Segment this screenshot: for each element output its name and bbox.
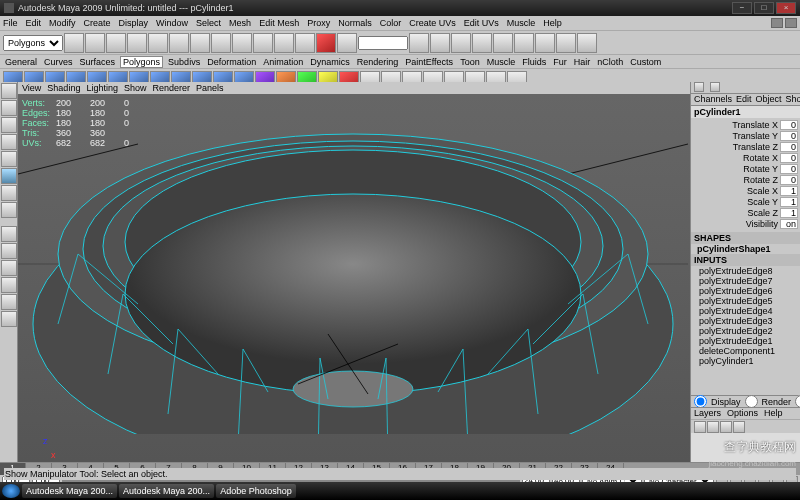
shelf-surfaces[interactable]: Surfaces [78,57,118,67]
shelf-deformation[interactable]: Deformation [205,57,258,67]
attr-value[interactable]: 1 [780,208,798,218]
ipr-icon[interactable] [451,33,471,53]
menu-edit[interactable]: Edit [26,18,42,28]
attr-value[interactable]: 0 [780,164,798,174]
hypershade-layout-icon[interactable] [1,294,17,310]
menu-window[interactable]: Window [156,18,188,28]
perspective-viewport[interactable]: Verts:2002000 Edges:1801800 Faces:180180… [18,94,690,462]
move-tool-icon[interactable] [1,117,17,133]
last-tool-icon[interactable] [1,202,17,218]
task-photoshop[interactable]: Adobe Photoshop [216,484,296,498]
mode-selector[interactable]: Polygons [3,35,63,51]
attr-value[interactable]: 1 [780,197,798,207]
menu-display[interactable]: Display [119,18,149,28]
attr-value[interactable]: 1 [780,186,798,196]
menu-muscle[interactable]: Muscle [507,18,536,28]
lasso-icon[interactable] [190,33,210,53]
layers-help[interactable]: Help [764,408,783,419]
vp-renderer[interactable]: Renderer [152,83,190,93]
task-maya-1[interactable]: Autodesk Maya 200... [22,484,117,498]
vp-view[interactable]: View [22,83,41,93]
tab-show[interactable]: Show [786,94,800,105]
vp-panels[interactable]: Panels [196,83,224,93]
menu-mesh[interactable]: Mesh [229,18,251,28]
render-settings-icon[interactable] [472,33,492,53]
layers-options[interactable]: Options [727,408,758,419]
menu-edit-uvs[interactable]: Edit UVs [464,18,499,28]
input-node[interactable]: polyExtrudeEdge7 [691,276,800,286]
shelf-fur[interactable]: Fur [551,57,569,67]
layout-3-icon[interactable] [556,33,576,53]
scale-tool-icon[interactable] [1,151,17,167]
snap-point-icon[interactable] [274,33,294,53]
select-mode-icon[interactable] [169,33,189,53]
menu-create-uvs[interactable]: Create UVs [409,18,456,28]
snap-grid-icon[interactable] [232,33,252,53]
task-maya-2[interactable]: Autodesk Maya 200... [119,484,214,498]
shelf-custom[interactable]: Custom [628,57,663,67]
persp-graph-icon[interactable] [1,277,17,293]
input-node[interactable]: polyCylinder1 [691,356,800,366]
construction-history-icon[interactable] [409,33,429,53]
redo-icon[interactable] [148,33,168,53]
layout-1-icon[interactable] [514,33,534,53]
menu-proxy[interactable]: Proxy [307,18,330,28]
input-node[interactable]: polyExtrudeEdge3 [691,316,800,326]
maximize-button[interactable]: □ [754,2,774,14]
menu-modify[interactable]: Modify [49,18,76,28]
persp-outliner-icon[interactable] [1,260,17,276]
shelf-muscle[interactable]: Muscle [485,57,518,67]
vp-lighting[interactable]: Lighting [86,83,118,93]
start-button[interactable] [2,484,20,498]
shelf-polygons[interactable]: Polygons [120,56,163,68]
render-icon[interactable] [430,33,450,53]
soft-mod-tool-icon[interactable] [1,185,17,201]
menu-edit-mesh[interactable]: Edit Mesh [259,18,299,28]
tab-object[interactable]: Object [756,94,782,105]
vp-shading[interactable]: Shading [47,83,80,93]
tab-channels[interactable]: Channels [694,94,732,105]
numeric-input[interactable] [358,36,408,50]
input-node[interactable]: deleteComponent1 [691,346,800,356]
new-layer-icon[interactable] [694,421,706,433]
input-node[interactable]: polyExtrudeEdge1 [691,336,800,346]
menu-file[interactable]: File [3,18,18,28]
attr-value[interactable]: 0 [780,175,798,185]
snap-plane-icon[interactable] [295,33,315,53]
channel-tab-icon[interactable] [694,82,704,92]
move-up-icon[interactable] [707,421,719,433]
shape-name[interactable]: pCylinderShape1 [691,244,800,254]
magnet-icon[interactable] [316,33,336,53]
close-doc-icon[interactable] [785,18,797,28]
input-box-icon[interactable] [337,33,357,53]
input-node[interactable]: polyExtrudeEdge6 [691,286,800,296]
open-scene-icon[interactable] [85,33,105,53]
shelf-fluids[interactable]: Fluids [520,57,548,67]
menu-create[interactable]: Create [84,18,111,28]
attr-value[interactable]: 0 [780,153,798,163]
snap-curve-icon[interactable] [253,33,273,53]
delete-layer-icon[interactable] [733,421,745,433]
input-node[interactable]: polyExtrudeEdge2 [691,326,800,336]
new-scene-icon[interactable] [64,33,84,53]
save-scene-icon[interactable] [106,33,126,53]
input-node[interactable]: polyExtrudeEdge8 [691,266,800,276]
manipulator-tool-icon[interactable] [1,168,17,184]
attr-value[interactable]: on [780,219,798,229]
menu-normals[interactable]: Normals [338,18,372,28]
layout-2-icon[interactable] [535,33,555,53]
hypershade-icon[interactable] [493,33,513,53]
attr-value[interactable]: 0 [780,142,798,152]
rotate-tool-icon[interactable] [1,134,17,150]
minimize-button[interactable]: − [732,2,752,14]
shelf-general[interactable]: General [3,57,39,67]
shelf-ncloth[interactable]: nCloth [595,57,625,67]
menu-color[interactable]: Color [380,18,402,28]
shelf-curves[interactable]: Curves [42,57,75,67]
object-name[interactable]: pCylinder1 [691,106,800,118]
close-button[interactable]: × [776,2,796,14]
lasso-tool-icon[interactable] [1,100,17,116]
attribute-tab-icon[interactable] [710,82,720,92]
layers-menu[interactable]: Layers [694,408,721,419]
shelf-animation[interactable]: Animation [261,57,305,67]
